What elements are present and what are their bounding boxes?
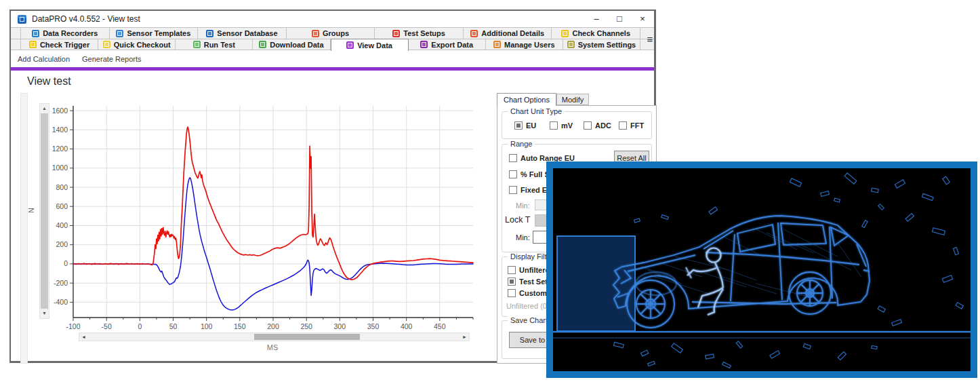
scroll-down-icon[interactable]: ▼ [40, 309, 49, 318]
chart-vertical-scrollbar[interactable]: ▲ ▼ [39, 103, 49, 319]
crash-barrier [557, 236, 635, 331]
tab-system-settings[interactable]: System Settings [563, 39, 640, 50]
line-chart[interactable]: -100-50050100150200250300350400450-400-2… [49, 102, 477, 332]
custom-checkbox[interactable]: Custom [508, 289, 547, 297]
quick-checkout-icon [103, 41, 110, 48]
test-setups-icon [392, 30, 400, 37]
sensor-database-icon [206, 30, 213, 37]
tab-test-setups[interactable]: Test Setups [375, 28, 464, 39]
custom-checkbox-box[interactable] [508, 289, 516, 297]
content-left-scroll-gutter [20, 93, 28, 364]
svg-text:800: 800 [56, 183, 68, 191]
fixed-eu-checkbox-box[interactable] [509, 186, 517, 194]
chart-horizontal-scrollbar[interactable]: ◄ ► [79, 332, 470, 341]
x-axis-label: MS [252, 343, 293, 351]
scroll-right-icon[interactable]: ► [460, 333, 469, 341]
svg-text:1600: 1600 [52, 107, 68, 115]
app-icon [18, 15, 26, 24]
accent-divider [11, 67, 654, 71]
tab-quick-checkout[interactable]: Quick Checkout [98, 39, 176, 50]
svg-text:450: 450 [434, 322, 446, 330]
screen: DataPRO v4.0.552 - View test – □ × Data … [0, 0, 980, 382]
groups-icon [312, 30, 319, 37]
tab-check-trigger[interactable]: Check Trigger [20, 39, 98, 50]
tab-export-data[interactable]: Export Data [409, 39, 486, 50]
svg-text:-100: -100 [66, 322, 80, 330]
tab-modify[interactable]: Modify [556, 94, 589, 105]
svg-text:1000: 1000 [52, 164, 68, 172]
vertical-scroll-thumb[interactable] [41, 113, 48, 309]
ribbon-row-2: Check Trigger Quick Checkout Run Test Do… [11, 39, 654, 50]
export-data-icon [420, 41, 428, 48]
auto-range-checkbox-box[interactable] [509, 154, 517, 162]
svg-text:100: 100 [201, 322, 213, 330]
lock-time-label: Lock T [505, 215, 530, 225]
tab-sensor-database[interactable]: Sensor Database [198, 28, 287, 39]
sensor-templates-icon [116, 30, 123, 37]
mv-checkbox-box[interactable] [550, 121, 558, 130]
maximize-button[interactable]: □ [608, 12, 631, 26]
min-label: Min: [516, 233, 530, 242]
check-trigger-icon [29, 41, 37, 48]
titlebar: DataPRO v4.0.552 - View test – □ × [11, 11, 654, 27]
svg-text:-50: -50 [102, 322, 112, 330]
svg-text:600: 600 [56, 202, 68, 210]
mv-checkbox[interactable]: mV [550, 121, 573, 130]
svg-text:50: 50 [169, 322, 178, 330]
tab-groups[interactable]: Groups [287, 28, 375, 39]
min-label-disabled: Min: [516, 202, 530, 210]
chart-unit-type-group: Chart Unit Type EU mV ADC FFT [502, 111, 652, 139]
crash-test-wireframe [553, 168, 971, 371]
fft-checkbox-box[interactable] [619, 121, 627, 130]
menubar: Add Calculation Generate Reports [11, 50, 654, 67]
scroll-left-icon[interactable]: ◄ [79, 333, 88, 341]
horizontal-scroll-thumb[interactable] [254, 334, 360, 340]
additional-details-icon [470, 30, 478, 37]
adc-checkbox[interactable]: ADC [584, 121, 611, 130]
svg-text:300: 300 [334, 322, 346, 330]
run-test-icon [193, 41, 201, 48]
y-axis-label: N [27, 208, 35, 213]
download-data-icon [259, 41, 266, 48]
close-button[interactable]: × [631, 12, 654, 26]
eu-checkbox-box[interactable] [514, 121, 523, 130]
crash-test-image [546, 161, 977, 378]
unfiltered-checkbox-box[interactable] [508, 266, 516, 274]
tab-manage-users[interactable]: Manage Users [486, 39, 563, 50]
svg-text:1200: 1200 [52, 145, 68, 153]
minimize-button[interactable]: – [585, 12, 608, 26]
window-title: DataPRO v4.0.552 - View test [32, 14, 585, 24]
tab-sensor-templates[interactable]: Sensor Templates [110, 28, 199, 39]
page-title: View test [27, 75, 71, 88]
test-setup-checkbox-box[interactable] [508, 278, 516, 286]
svg-text:350: 350 [367, 322, 380, 330]
svg-text:150: 150 [234, 322, 246, 330]
svg-text:-200: -200 [54, 279, 68, 287]
eu-checkbox[interactable]: EU [514, 121, 536, 130]
hamburger-menu-icon[interactable]: ≡ [644, 28, 656, 49]
tab-check-channels[interactable]: Check Channels [552, 28, 640, 39]
menu-add-calculation[interactable]: Add Calculation [18, 55, 70, 63]
fft-checkbox[interactable]: FFT [619, 121, 644, 130]
tab-run-test[interactable]: Run Test [176, 39, 253, 50]
svg-text:400: 400 [56, 221, 68, 229]
svg-text:250: 250 [300, 322, 312, 330]
tab-view-data[interactable]: View Data [331, 39, 409, 51]
filter-combo-text: Unfiltered (0) [506, 302, 550, 310]
scroll-up-icon[interactable]: ▲ [40, 104, 49, 113]
menu-generate-reports[interactable]: Generate Reports [82, 55, 141, 63]
full-scale-checkbox-box[interactable] [509, 170, 517, 178]
svg-text:200: 200 [267, 322, 279, 330]
svg-text:1400: 1400 [52, 126, 68, 134]
data-recorders-icon [32, 30, 39, 37]
adc-checkbox-box[interactable] [584, 121, 592, 130]
tab-data-recorders[interactable]: Data Recorders [20, 28, 110, 39]
tab-additional-details[interactable]: Additional Details [464, 28, 552, 39]
view-data-icon [346, 41, 354, 49]
check-channels-icon [561, 30, 569, 37]
tab-chart-options[interactable]: Chart Options [497, 93, 556, 106]
svg-text:400: 400 [401, 322, 413, 330]
svg-text:-400: -400 [54, 298, 68, 306]
tab-download-data[interactable]: Download Data [253, 39, 330, 50]
svg-text:0: 0 [138, 322, 142, 330]
